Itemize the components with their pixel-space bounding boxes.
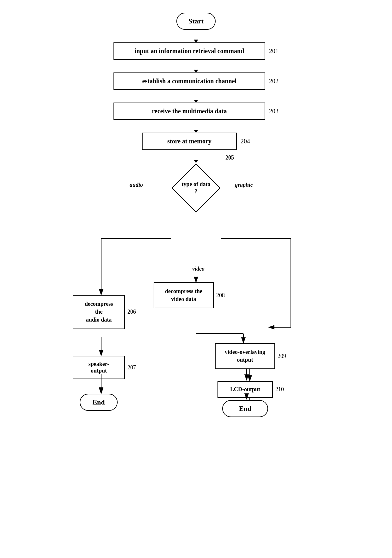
node-204-wrapper: store at memory 204 bbox=[142, 133, 250, 150]
label-202: 202 bbox=[269, 78, 279, 85]
label-203: 203 bbox=[269, 108, 279, 115]
arrow-1 bbox=[196, 30, 196, 42]
start-node: Start bbox=[176, 13, 216, 30]
node-209: video-overlayingoutput bbox=[215, 343, 275, 369]
end2-node: End bbox=[222, 400, 268, 417]
label-201: 201 bbox=[269, 47, 279, 55]
node-202: establish a communication channel bbox=[113, 72, 265, 90]
node-201-wrapper: input an information retrieval command 2… bbox=[113, 42, 279, 60]
label-209: 209 bbox=[278, 353, 286, 360]
end1-node: End bbox=[80, 394, 118, 411]
node-210: LCD-output bbox=[217, 381, 273, 398]
video-label: video bbox=[192, 266, 205, 272]
audio-label: audio bbox=[130, 182, 143, 188]
node-208-wrapper: decompress thevideo data 208 bbox=[154, 282, 225, 308]
arrow-3 bbox=[196, 90, 196, 103]
arrow-4 bbox=[196, 120, 196, 133]
node-204: store at memory bbox=[142, 133, 237, 150]
arrow-5 bbox=[196, 150, 196, 163]
node-207: speaker-output bbox=[73, 356, 125, 379]
node-202-wrapper: establish a communication channel 202 bbox=[113, 72, 279, 90]
label-206: 206 bbox=[127, 309, 136, 315]
node-206-wrapper: decompress theaudio data 206 bbox=[73, 295, 136, 329]
arrow-2 bbox=[196, 60, 196, 72]
node-203: receive the multimedia data bbox=[113, 103, 265, 120]
node-203-wrapper: receive the multimedia data 203 bbox=[113, 103, 279, 120]
end2-box: End bbox=[222, 400, 268, 417]
graphic-label: graphic bbox=[235, 182, 253, 188]
node-209-wrapper: video-overlayingoutput 209 bbox=[215, 343, 286, 369]
end1-box: End bbox=[80, 394, 118, 411]
label-204: 204 bbox=[241, 138, 250, 145]
label-205: 205 bbox=[225, 154, 234, 161]
label-207: 207 bbox=[127, 364, 136, 371]
label-210: 210 bbox=[275, 386, 284, 393]
node-205: type of data ? bbox=[171, 163, 221, 213]
node-208: decompress thevideo data bbox=[154, 282, 214, 308]
node-207-wrapper: speaker-output 207 bbox=[73, 356, 136, 379]
node-206: decompress theaudio data bbox=[73, 295, 125, 329]
start-box: Start bbox=[176, 13, 216, 30]
node-201: input an information retrieval command bbox=[113, 42, 265, 60]
branch-section: video decompress theaudio data 206 decom… bbox=[60, 213, 332, 410]
flowchart: Start input an information retrieval com… bbox=[54, 13, 338, 410]
label-208: 208 bbox=[216, 292, 225, 299]
node-210-wrapper: LCD-output 210 bbox=[217, 381, 284, 398]
